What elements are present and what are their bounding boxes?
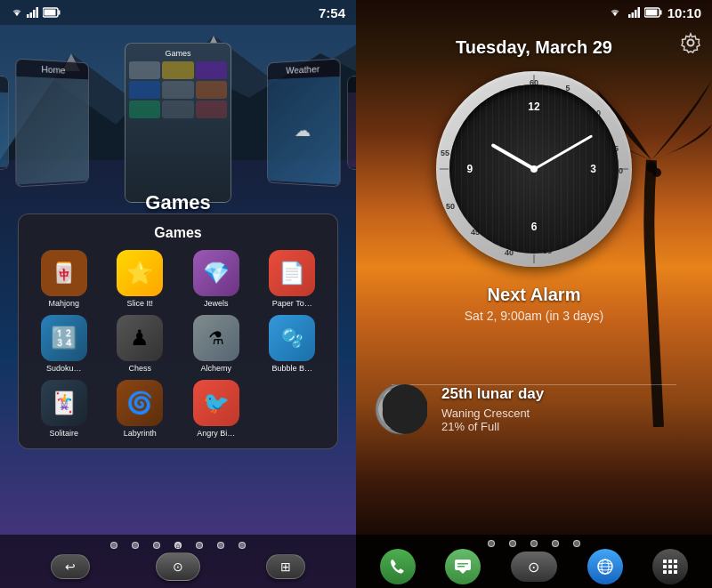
settings-gear-icon (680, 32, 701, 53)
game-item-mahjong[interactable]: 🀄 Mahjong (29, 250, 99, 308)
game-icon-angrybirds: 🐦 (193, 380, 239, 426)
games-grid: 🀄 Mahjong ⭐ Slice It! 💎 Jewels 📄 Paper T… (29, 250, 327, 438)
games-folder[interactable]: Games 🀄 Mahjong ⭐ Slice It! 💎 Jewels 📄 P… (18, 213, 338, 449)
game-item-bubble[interactable]: 🫧 Bubble B… (258, 315, 328, 373)
battery-icon-right (644, 7, 662, 18)
card-content-weather: ☁ (268, 77, 340, 185)
game-item-sliceit[interactable]: ⭐ Slice It! (106, 250, 175, 308)
game-item-sudoku[interactable]: 🔢 Sudoku… (29, 315, 99, 373)
next-alarm-title: Next Alarm (374, 285, 694, 305)
dot-6 (217, 542, 224, 549)
card-content-pictures (348, 90, 356, 170)
home-icon-right: ⊙ (528, 559, 539, 576)
bottom-nav-right: ⊙ (356, 535, 712, 588)
svg-rect-19 (659, 11, 661, 15)
game-label-paper: Paper To… (272, 299, 312, 308)
game-item-angrybirds[interactable]: 🐦 Angry Bi… (182, 380, 251, 438)
svg-rect-53 (663, 570, 667, 574)
game-item-labyrinth[interactable]: 🌀 Labyrinth (106, 380, 175, 438)
game-item-chess[interactable]: ♟ Chess (106, 315, 175, 373)
game-label-solitaire: Solitaire (49, 429, 78, 438)
game-icon-sliceit: ⭐ (117, 250, 163, 296)
svg-text:55: 55 (441, 149, 449, 157)
svg-rect-52 (674, 565, 677, 568)
status-time-left: 7:54 (319, 5, 345, 20)
clock-center-dot (530, 165, 538, 173)
nav-buttons-right: ⊙ (356, 549, 712, 588)
card-center-games[interactable]: Games (125, 43, 231, 203)
card-right2[interactable]: Pictures (347, 73, 356, 173)
game-label-alchemy: Alchemy (200, 364, 231, 373)
svg-rect-47 (663, 560, 667, 563)
home-button-right[interactable]: ⊙ (511, 552, 557, 582)
back-button[interactable]: ↩ (51, 554, 90, 579)
globe-button[interactable] (587, 549, 623, 584)
svg-rect-43 (457, 566, 465, 568)
apps-grid-button[interactable] (652, 549, 688, 584)
card-left2[interactable]: Travel (0, 73, 9, 173)
game-label-labyrinth: Labyrinth (124, 429, 157, 438)
game-item-alchemy[interactable]: ⚗ Alchemy (182, 315, 251, 373)
game-item-paper[interactable]: 📄 Paper To… (258, 250, 328, 308)
svg-rect-51 (668, 565, 672, 568)
clock-num-3: 3 (590, 163, 596, 175)
svg-rect-40 (455, 560, 471, 570)
gear-icon-right[interactable] (680, 32, 701, 58)
signal-icon (27, 7, 39, 18)
dot-home: ⌂ (174, 542, 182, 549)
svg-point-13 (652, 168, 661, 177)
svg-rect-17 (637, 7, 640, 18)
date-header: Tuesday, March 29 (356, 28, 712, 67)
svg-point-21 (688, 40, 694, 46)
svg-rect-42 (457, 563, 468, 565)
apps-button[interactable]: ⊞ (266, 554, 305, 579)
svg-rect-55 (674, 570, 677, 574)
message-button[interactable] (445, 549, 481, 584)
rdot-3 (530, 540, 538, 547)
game-label-angrybirds: Angry Bi… (197, 429, 235, 438)
svg-rect-7 (33, 10, 36, 18)
next-alarm-subtitle: Sat 2, 9:00am (in 3 days) (374, 309, 694, 323)
rdot-1 (488, 540, 495, 547)
games-big-label: Games (0, 191, 356, 214)
svg-marker-41 (459, 570, 466, 574)
svg-rect-14 (628, 14, 631, 18)
status-time-right: 10:10 (668, 5, 701, 20)
clock-container: 60 5 10 15 20 25 30 35 40 45 50 55 12 3 (436, 71, 632, 267)
game-label-jewels: Jewels (204, 299, 229, 308)
clock-num-9: 9 (466, 163, 473, 175)
message-icon (454, 558, 472, 576)
bottom-nav-left: ⌂ ↩ ⊙ ⊞ (0, 535, 356, 588)
globe-icon (596, 558, 614, 576)
rdot-4 (552, 540, 559, 547)
dots-row-right (356, 535, 712, 549)
game-icon-chess: ♟ (117, 315, 163, 361)
game-item-jewels[interactable]: 💎 Jewels (182, 250, 251, 308)
dot-1 (110, 542, 117, 549)
battery-icon (43, 7, 61, 18)
svg-rect-49 (674, 560, 677, 563)
moon-phase-icon (374, 383, 427, 436)
clock-face: 12 3 6 9 (449, 85, 619, 254)
clock-num-12: 12 (528, 101, 539, 113)
game-icon-paper: 📄 (269, 250, 315, 296)
card-right1[interactable]: Weather ☁ (267, 59, 341, 188)
rdot-2 (509, 540, 516, 547)
card-content-travel (0, 90, 8, 170)
game-icon-mahjong: 🀄 (41, 250, 87, 296)
home-button[interactable]: ⊙ (156, 552, 200, 581)
wifi-icon (11, 7, 23, 18)
svg-rect-48 (668, 560, 672, 563)
back-icon: ↩ (65, 560, 76, 574)
game-icon-sudoku: 🔢 (41, 315, 87, 361)
svg-rect-54 (668, 570, 672, 574)
phone-icon (389, 558, 407, 576)
game-item-solitaire[interactable]: 🃏 Solitaire (29, 380, 99, 438)
svg-rect-8 (36, 7, 39, 18)
rdot-5 (573, 540, 580, 547)
lunar-text: 25th lunar day Waning Crescent 21% of Fu… (441, 385, 544, 433)
game-icon-bubble: 🫧 (269, 315, 315, 361)
wifi-icon-right (609, 7, 621, 18)
card-left1[interactable]: Home (15, 59, 89, 188)
phone-button[interactable] (380, 549, 416, 584)
